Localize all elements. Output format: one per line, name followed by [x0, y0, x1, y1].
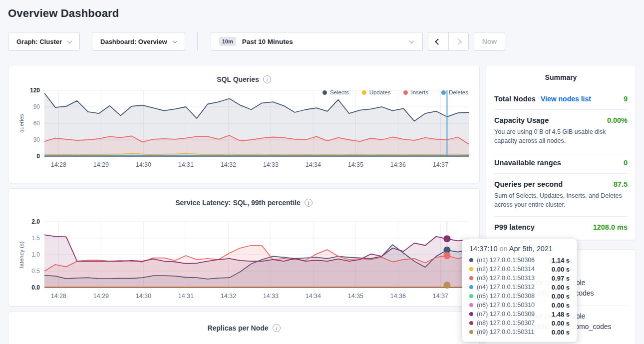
- metric-label: Queries per second: [494, 180, 563, 188]
- node-color-dot-icon: [469, 330, 473, 334]
- summary-panel: Summary Total Nodes View nodes list 9 Ca…: [486, 65, 636, 240]
- time-range-badge: 10m: [219, 37, 236, 46]
- node-color-dot-icon: [469, 267, 473, 271]
- metric-value: 87.5: [614, 180, 628, 188]
- tooltip-node-value: 1.14 s: [552, 257, 570, 264]
- chart-title: SQL Queries: [217, 75, 259, 83]
- charts-column: SQL Queries i SelectsUpdatesInsertsDelet…: [8, 65, 480, 344]
- chevron-down-icon: [172, 38, 177, 43]
- svg-text:14:34: 14:34: [306, 161, 321, 168]
- svg-text:1.0: 1.0: [31, 251, 40, 258]
- chart-title: Service Latency: SQL, 99th percentile: [175, 199, 301, 207]
- svg-text:14:36: 14:36: [390, 293, 406, 300]
- graph-dropdown[interactable]: Graph: Cluster: [8, 32, 80, 51]
- chart-title: Replicas per Node: [207, 324, 268, 332]
- tooltip-node-label: (n4) 127.0.0.1:50312: [477, 284, 535, 291]
- svg-text:14:31: 14:31: [178, 161, 194, 168]
- chart-legend: SelectsUpdatesInsertsDeletes: [322, 89, 468, 95]
- time-range-label: Past 10 Minutes: [242, 38, 293, 45]
- tooltip-node-label: (n2) 127.0.0.1:50314: [477, 266, 535, 273]
- hover-tooltip: 14:37:10 on Apr 5th, 2021 (n1) 127.0.0.1…: [462, 239, 577, 342]
- svg-text:14:35: 14:35: [348, 161, 363, 168]
- tooltip-node-label: (n5) 127.0.0.1:50308: [477, 293, 535, 300]
- legend-item: Deletes: [441, 89, 468, 95]
- page-title: Overview Dashboard: [8, 7, 636, 20]
- metric-value: 0: [624, 159, 628, 167]
- node-color-dot-icon: [469, 258, 473, 262]
- svg-text:14:30: 14:30: [136, 293, 151, 300]
- tooltip-row: (n1) 127.0.0.1:503061.14 s: [469, 256, 570, 265]
- svg-text:14:29: 14:29: [93, 161, 109, 168]
- legend-item: Selects: [322, 89, 349, 95]
- time-step-buttons: [428, 32, 469, 51]
- service-latency-chart[interactable]: 0.00.51.01.52.014:2814:2914:3014:3114:32…: [16, 218, 471, 304]
- tooltip-node-label: (n8) 127.0.0.1:50307: [477, 320, 535, 327]
- svg-text:14:37: 14:37: [433, 293, 448, 300]
- tooltip-row: (n9) 127.0.0.1:503110.00 s: [469, 328, 570, 337]
- svg-text:14:33: 14:33: [263, 161, 279, 168]
- dashboard-dropdown[interactable]: Dashboard: Overview: [92, 32, 185, 51]
- tooltip-node-value: 1.48 s: [552, 311, 570, 318]
- next-time-button[interactable]: [448, 32, 468, 50]
- tooltip-row: (n7) 127.0.0.1:503091.48 s: [469, 310, 570, 319]
- svg-text:14:28: 14:28: [51, 161, 66, 168]
- svg-text:14:31: 14:31: [178, 293, 194, 300]
- tooltip-row: (n8) 127.0.0.1:503070.00 s: [469, 319, 570, 328]
- divider: [197, 32, 198, 51]
- tooltip-node-label: (n9) 127.0.0.1:50311: [477, 329, 534, 336]
- info-icon[interactable]: i: [263, 75, 271, 83]
- legend-dot-icon: [403, 90, 408, 95]
- tooltip-node-label: (n3) 127.0.0.1:50313: [477, 275, 535, 282]
- svg-text:queries: queries: [18, 114, 24, 133]
- svg-text:90: 90: [33, 103, 40, 110]
- metric-label: Unavailable ranges: [494, 159, 561, 167]
- prev-time-button[interactable]: [428, 32, 448, 50]
- tooltip-node-value: 0.00 s: [552, 293, 570, 300]
- legend-label: Deletes: [449, 89, 468, 95]
- legend-label: Inserts: [411, 89, 428, 95]
- dashboard-controls: Graph: Cluster Dashboard: Overview 10m P…: [8, 32, 636, 51]
- legend-dot-icon: [322, 90, 327, 95]
- svg-text:14:32: 14:32: [221, 293, 236, 300]
- node-color-dot-icon: [469, 285, 473, 289]
- view-nodes-list-link[interactable]: View nodes list: [541, 95, 591, 103]
- node-color-dot-icon: [469, 312, 473, 316]
- svg-text:14:29: 14:29: [93, 293, 109, 300]
- svg-text:latency (s): latency (s): [18, 241, 24, 268]
- service-latency-card: Service Latency: SQL, 99th percentile i …: [8, 188, 480, 307]
- node-color-dot-icon: [469, 303, 473, 307]
- legend-item: Inserts: [403, 89, 428, 95]
- svg-text:120: 120: [30, 87, 40, 94]
- svg-text:0.5: 0.5: [31, 268, 40, 275]
- info-icon[interactable]: i: [305, 199, 313, 207]
- legend-label: Selects: [330, 89, 349, 95]
- tooltip-node-value: 0.00 s: [552, 302, 570, 309]
- metric-description: Sum of Selects, Updates, Inserts, and De…: [494, 191, 628, 209]
- sql-queries-chart[interactable]: 030609012014:2814:2914:3014:3114:3214:33…: [16, 86, 471, 172]
- graph-dropdown-label: Graph: Cluster: [16, 38, 62, 45]
- metric-value: 9: [624, 95, 628, 103]
- now-button[interactable]: Now: [474, 32, 506, 51]
- info-icon[interactable]: i: [273, 324, 281, 332]
- p99-latency-row: P99 latency 1208.0 ms: [494, 217, 628, 238]
- svg-text:60: 60: [33, 120, 40, 127]
- chevron-left-icon: [435, 38, 441, 45]
- svg-text:14:33: 14:33: [263, 293, 279, 300]
- svg-text:14:30: 14:30: [136, 161, 151, 168]
- tooltip-node-label: (n1) 127.0.0.1:50306: [477, 257, 535, 264]
- tooltip-node-label: (n7) 127.0.0.1:50309: [477, 311, 535, 318]
- unavailable-ranges-row: Unavailable ranges 0: [494, 152, 628, 174]
- svg-text:14:28: 14:28: [51, 293, 66, 300]
- metric-label: P99 latency: [494, 223, 535, 231]
- summary-title: Summary: [494, 73, 628, 81]
- node-color-dot-icon: [469, 276, 473, 280]
- replicas-per-node-card: Replicas per Node i: [8, 312, 480, 344]
- tooltip-node-value: 0.97 s: [552, 275, 570, 282]
- tooltip-row: (n4) 127.0.0.1:503120.00 s: [469, 283, 570, 292]
- time-range-selector[interactable]: 10m Past 10 Minutes: [211, 32, 423, 51]
- tooltip-node-label: (n6) 127.0.0.1:50310: [477, 302, 535, 309]
- metric-value: 1208.0 ms: [593, 223, 628, 231]
- metric-description: You are using 0 B of 4.5 GiB usable disk…: [494, 127, 628, 145]
- metric-label: Capacity Usage: [494, 116, 549, 124]
- legend-dot-icon: [441, 90, 446, 95]
